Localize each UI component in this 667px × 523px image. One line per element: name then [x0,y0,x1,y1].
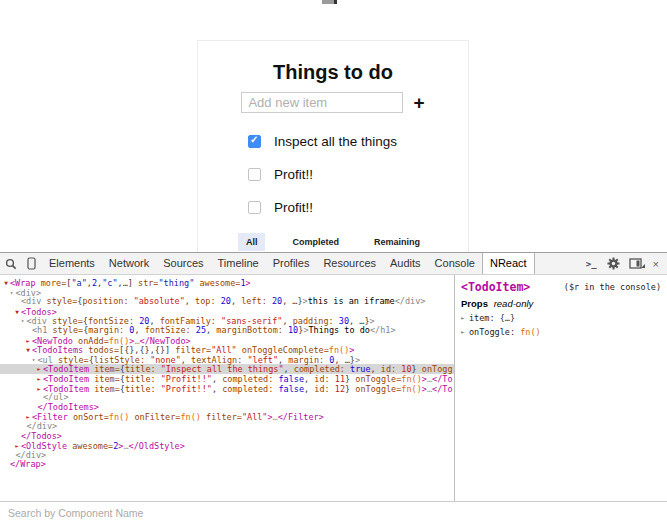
code-token: "none" [150,355,181,365]
tree-row[interactable]: ▾<ul style={listStyle: "none", textAlign… [0,355,454,365]
filter-bar: AllCompletedRemaining [198,233,468,251]
filter-button-remaining[interactable]: Remaining [366,233,428,251]
code-token: position: [82,296,133,306]
collapsed-arrow-icon[interactable]: ► [35,374,43,384]
expanded-arrow-icon[interactable]: ▾ [19,316,27,326]
code-token: filter= [206,412,242,422]
tree-row[interactable]: ►<TodoItem item={title: "Profit!!", comp… [0,374,454,384]
component-search-input[interactable] [0,502,667,523]
prop-row[interactable]: ►item: {…} [461,313,661,323]
collapsed-arrow-icon[interactable]: ► [461,328,469,335]
code-token: </Filter> [278,412,324,422]
todo-label: Profit!! [274,200,313,215]
prop-value: fn() [520,327,540,337]
code-token: </To [432,384,452,394]
code-token: , …} [282,296,302,306]
tree-row[interactable]: ►<TodoItem item={title: "Inspect all the… [0,364,454,374]
code-token: completed: [222,384,278,394]
code-token: marginBottom: [216,325,288,335]
tree-row[interactable]: <div style={position: "absolute", top: 2… [0,297,454,307]
expanded-arrow-icon[interactable]: ▼ [24,345,32,355]
prop-row[interactable]: ►onToggle: fn() [461,327,661,337]
code-token: onTogg [422,364,453,374]
tree-row[interactable]: </div> [0,451,454,461]
devtools-panel: ElementsNetworkSourcesTimelineProfilesRe… [0,252,667,523]
code-token: </ul> [43,392,69,402]
collapsed-arrow-icon[interactable]: ► [35,364,43,374]
code-token: [{},{},{}] [119,345,175,355]
expanded-arrow-icon[interactable]: ▾ [8,288,16,298]
tab-profiles[interactable]: Profiles [266,253,317,274]
code-token: style= [47,296,78,306]
tree-row[interactable]: ▼<Todos> [0,307,454,317]
tree-row[interactable]: ▼<TodoItems todos=[{},{},{}] filter="All… [0,345,454,355]
code-token: "Profit!!" [161,374,212,384]
code-token: <Wrap [10,278,41,288]
tab-audits[interactable]: Audits [383,253,428,274]
tab-sources[interactable]: Sources [156,253,210,274]
code-token: , [181,355,191,365]
tree-row[interactable]: ▼<Wrap more=["a",2,"c",…] str="thing" aw… [0,278,454,288]
props-label: Props [461,298,488,309]
prop-name: onToggle: [469,327,520,337]
code-token: id: [381,364,401,374]
tree-row[interactable]: </Wrap> [0,460,454,470]
code-token: , …} [334,355,354,365]
code-token: title: [125,364,161,374]
expanded-arrow-icon[interactable]: ▾ [30,355,38,365]
code-token: fontSize: [145,325,196,335]
add-item-button[interactable]: + [413,93,424,112]
collapsed-arrow-icon[interactable]: ► [24,336,32,346]
tab-elements[interactable]: Elements [42,253,102,274]
close-icon[interactable]: × [653,258,659,270]
code-token: } [345,374,355,384]
tree-row[interactable]: ►<Filter onSort=fn() onFilter=fn() filte… [0,412,454,422]
code-token: > [246,278,251,288]
expanded-arrow-icon[interactable]: ▼ [13,307,21,317]
code-token: 12 [335,384,345,394]
collapsed-arrow-icon[interactable]: ► [461,314,469,321]
code-token: , [304,384,314,394]
todo-checkbox[interactable] [248,201,261,214]
filter-button-all[interactable]: All [238,233,266,251]
gear-icon[interactable] [603,257,624,270]
tree-row[interactable]: ►<NewTodo onAdd=fn()>…</NewTodo> [0,336,454,346]
expanded-arrow-icon[interactable]: ▼ [2,278,10,288]
code-token: "c" [102,278,117,288]
tree-row[interactable]: ►<OldStyle awesome=2>…</OldStyle> [0,441,454,451]
todo-checkbox[interactable] [248,135,261,148]
code-token: margin: [288,355,329,365]
dock-side-icon[interactable] [629,258,642,269]
add-item-input[interactable] [241,92,403,113]
filter-button-completed[interactable]: Completed [284,233,347,251]
code-token: 20 [221,296,231,306]
todo-checkbox[interactable] [248,168,261,181]
collapsed-arrow-icon[interactable]: ► [35,384,43,394]
prop-name: item: [469,313,500,323]
inspect-element-icon[interactable] [0,253,21,274]
tab-timeline[interactable]: Timeline [211,253,266,274]
code-token: onToggleComplete= [242,345,329,355]
code-token: str= [138,278,158,288]
tree-row[interactable]: </div> [0,422,454,432]
code-token: filter= [175,345,211,355]
code-token: margin: [88,325,129,335]
code-token: ,…] [118,278,138,288]
props-readonly-note: read-only [494,298,534,309]
code-token: </div> [16,450,47,460]
code-token: 10 [288,325,298,335]
tab-network[interactable]: Network [102,253,156,274]
code-token: completed: [294,364,350,374]
tab-console[interactable]: Console [428,253,482,274]
tab-nreact[interactable]: NReact [482,253,535,274]
add-item-row: + [198,92,468,113]
prop-value: {…} [500,313,515,323]
tree-row[interactable]: <h1 style={margin: 0, fontSize: 25, marg… [0,326,454,336]
code-token: onFilter= [134,412,180,422]
toolbar-right-controls: >_ [580,253,667,274]
tab-resources[interactable]: Resources [316,253,383,274]
tree-row[interactable]: </Todos> [0,432,454,442]
device-toggle-icon[interactable] [21,253,42,274]
console-drawer-icon[interactable]: >_ [586,259,597,269]
tree-row[interactable]: </TodoItems> [0,403,454,413]
